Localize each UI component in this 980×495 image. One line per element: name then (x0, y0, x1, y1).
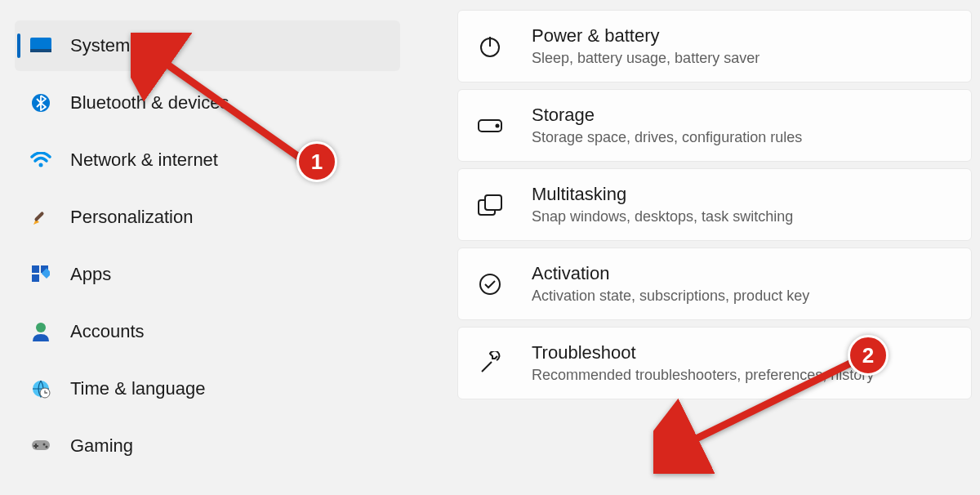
apps-icon (29, 263, 52, 286)
svg-rect-1 (30, 49, 51, 52)
sidebar-item-time-language[interactable]: Time & language (15, 363, 400, 414)
svg-point-23 (480, 274, 500, 294)
sidebar-item-label: Accounts (70, 321, 145, 342)
card-subtitle: Recommended troubleshooters, preferences… (532, 367, 874, 384)
sidebar-item-label: Bluetooth & devices (70, 92, 229, 114)
card-title: Power & battery (532, 25, 760, 47)
card-multitasking[interactable]: Multitasking Snap windows, desktops, tas… (457, 168, 972, 241)
main-panel: Power & battery Sleep, battery usage, ba… (415, 0, 980, 495)
sidebar-item-personalization[interactable]: Personalization (15, 192, 400, 243)
sidebar-item-label: Network & internet (70, 149, 218, 171)
card-storage[interactable]: Storage Storage space, drives, configura… (457, 89, 972, 162)
svg-rect-4 (34, 212, 45, 222)
svg-point-9 (36, 323, 46, 332)
card-troubleshoot[interactable]: Troubleshoot Recommended troubleshooters… (457, 327, 972, 399)
card-activation[interactable]: Activation Activation state, subscriptio… (457, 247, 972, 320)
power-icon (476, 33, 504, 60)
sidebar-item-accounts[interactable]: Accounts (15, 306, 400, 357)
card-title: Activation (532, 263, 809, 284)
card-subtitle: Storage space, drives, configuration rul… (532, 129, 802, 146)
svg-rect-7 (32, 274, 39, 282)
card-subtitle: Sleep, battery usage, battery saver (532, 50, 760, 67)
wrench-icon (476, 350, 504, 377)
sidebar-item-bluetooth[interactable]: Bluetooth & devices (15, 78, 400, 128)
svg-rect-14 (33, 445, 38, 447)
sidebar-item-gaming[interactable]: Gaming (15, 421, 400, 471)
sidebar-item-system[interactable]: System (15, 20, 400, 71)
card-title: Troubleshoot (532, 342, 874, 363)
card-title: Multitasking (532, 184, 793, 205)
sidebar-item-network[interactable]: Network & internet (15, 135, 400, 185)
card-title: Storage (532, 105, 802, 126)
sidebar-item-label: Apps (70, 264, 111, 285)
svg-rect-5 (32, 265, 39, 273)
bluetooth-icon (29, 91, 52, 114)
sidebar-item-label: Time & language (70, 378, 206, 399)
globe-clock-icon (29, 377, 52, 400)
sidebar-item-label: Personalization (70, 207, 193, 228)
checkmark-circle-icon (476, 270, 504, 298)
paintbrush-icon (29, 206, 52, 229)
svg-point-3 (39, 163, 43, 167)
card-subtitle: Snap windows, desktops, task switching (532, 208, 793, 225)
sidebar-item-label: Gaming (70, 435, 133, 457)
svg-rect-22 (485, 195, 501, 210)
multitasking-icon (476, 191, 504, 219)
svg-point-15 (43, 444, 46, 446)
display-icon (29, 34, 52, 57)
gamepad-icon (29, 435, 52, 457)
person-icon (29, 320, 52, 343)
wifi-icon (29, 149, 52, 172)
sidebar: System Bluetooth & devices Network & int… (0, 0, 415, 495)
storage-icon (476, 112, 504, 140)
sidebar-item-label: System (70, 35, 130, 56)
card-power-battery[interactable]: Power & battery Sleep, battery usage, ba… (457, 10, 972, 82)
sidebar-item-apps[interactable]: Apps (15, 249, 400, 300)
svg-point-20 (497, 124, 499, 127)
svg-point-16 (46, 446, 48, 448)
card-subtitle: Activation state, subscriptions, product… (532, 288, 809, 305)
